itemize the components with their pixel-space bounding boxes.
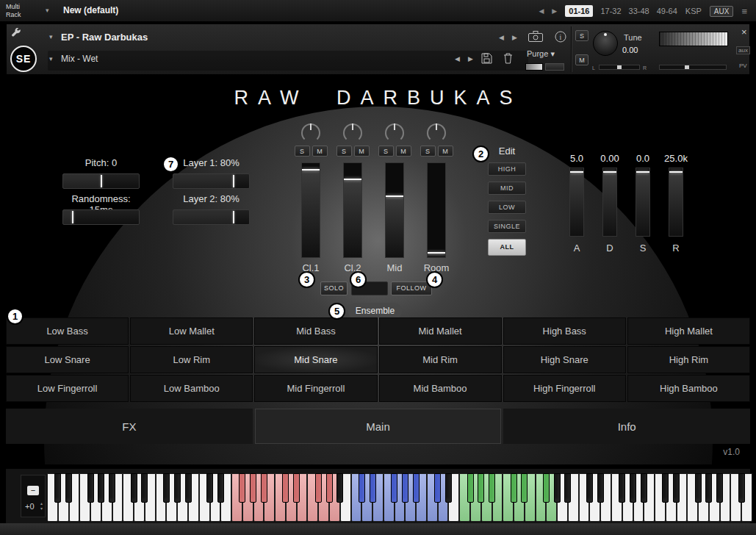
preset-dropdown-icon[interactable]: ▾	[46, 7, 49, 14]
menu-icon[interactable]: ≡	[741, 6, 747, 17]
black-key[interactable]	[554, 473, 561, 503]
channel-fader[interactable]	[343, 162, 362, 258]
output-pan-slider[interactable]	[659, 65, 727, 70]
transpose-minus-button[interactable]: −	[27, 486, 39, 495]
black-key[interactable]	[98, 473, 104, 503]
pv-label[interactable]: PV	[739, 62, 747, 69]
instrument-next-icon[interactable]: ▶	[512, 34, 517, 41]
transpose-value[interactable]: +0	[25, 502, 35, 511]
envelope-fader-A[interactable]	[569, 168, 584, 237]
black-key[interactable]	[185, 473, 192, 503]
articulation-high-mallet[interactable]: High Mallet	[627, 317, 750, 345]
tab-main[interactable]: Main	[255, 409, 502, 444]
edit-button-mid[interactable]: MID	[488, 182, 526, 195]
fader-handle[interactable]	[428, 252, 445, 254]
save-icon[interactable]	[481, 53, 492, 67]
channel-mute-button[interactable]: M	[354, 146, 370, 157]
page-button-49-64[interactable]: 49-64	[657, 7, 677, 15]
layer2-slider[interactable]	[173, 209, 250, 225]
pan-slider[interactable]	[599, 65, 640, 70]
fader-handle[interactable]	[669, 171, 683, 173]
instrument-mute-button[interactable]: M	[575, 54, 588, 65]
black-key[interactable]	[705, 473, 712, 503]
articulation-high-fingerroll[interactable]: High Fingerroll	[503, 375, 626, 402]
envelope-fader-D[interactable]	[602, 168, 617, 237]
black-key[interactable]	[87, 473, 94, 503]
black-key[interactable]	[586, 473, 593, 503]
black-key[interactable]	[336, 473, 343, 503]
black-key[interactable]	[716, 473, 723, 503]
articulation-mid-snare[interactable]: Mid Snare	[254, 346, 377, 373]
channel-mute-button[interactable]: M	[438, 146, 453, 157]
black-key[interactable]	[673, 473, 680, 503]
channel-solo-button[interactable]: S	[295, 146, 310, 157]
page-button-01-16[interactable]: 01-16	[565, 5, 593, 17]
black-key[interactable]	[662, 473, 669, 503]
pan-knob[interactable]	[343, 123, 362, 143]
pan-mini-meter[interactable]	[545, 63, 564, 71]
instrument-collapse-icon[interactable]: ▾	[49, 33, 53, 40]
instrument-solo-button[interactable]: S	[575, 30, 588, 41]
tune-knob[interactable]	[593, 31, 618, 56]
articulation-low-bamboo[interactable]: Low Bamboo	[130, 375, 253, 402]
black-key[interactable]	[630, 473, 636, 503]
close-icon[interactable]: ×	[741, 26, 747, 37]
channel-mute-button[interactable]: M	[396, 146, 411, 157]
channel-solo-button[interactable]: S	[336, 146, 352, 157]
black-key[interactable]	[641, 473, 647, 503]
fader-handle[interactable]	[636, 171, 649, 173]
channel-mute-button[interactable]: M	[312, 146, 328, 157]
ksp-button[interactable]: KSP	[685, 7, 702, 15]
slider-handle[interactable]	[233, 175, 234, 187]
fader-handle[interactable]	[603, 171, 616, 173]
black-key[interactable]	[54, 473, 61, 503]
black-key[interactable]	[293, 473, 300, 503]
channel-fader[interactable]	[385, 162, 404, 258]
articulation-low-bass[interactable]: Low Bass	[6, 317, 129, 345]
trash-icon[interactable]	[503, 53, 513, 67]
patch-next-icon[interactable]: ▶	[468, 55, 473, 62]
pan-knob[interactable]	[301, 123, 320, 143]
fader-handle[interactable]	[302, 169, 320, 170]
patch-collapse-icon[interactable]: ▾	[49, 55, 53, 62]
edit-button-all[interactable]: ALL	[488, 239, 526, 256]
articulation-low-snare[interactable]: Low Snare	[6, 346, 129, 373]
articulation-high-snare[interactable]: High Snare	[503, 346, 626, 373]
black-key[interactable]	[359, 473, 365, 503]
black-key[interactable]	[489, 473, 495, 503]
envelope-fader-S[interactable]	[636, 168, 650, 237]
tab-info[interactable]: Info	[503, 409, 750, 444]
channel-fader[interactable]	[427, 162, 446, 258]
black-key[interactable]	[467, 473, 474, 503]
black-key[interactable]	[738, 473, 745, 503]
purge-button[interactable]: Purge ▾	[527, 49, 555, 59]
articulation-high-bamboo[interactable]: High Bamboo	[627, 375, 750, 402]
black-key[interactable]	[521, 473, 528, 503]
prev-bank-icon[interactable]: ◀	[539, 7, 544, 15]
black-key[interactable]	[619, 473, 625, 503]
black-key[interactable]	[543, 473, 550, 503]
randomness-slider[interactable]	[62, 209, 140, 225]
patch-prev-icon[interactable]: ◀	[455, 55, 460, 62]
black-key[interactable]	[434, 473, 441, 503]
slider-handle[interactable]	[101, 175, 102, 187]
articulation-mid-bass[interactable]: Mid Bass	[254, 317, 377, 345]
articulation-mid-mallet[interactable]: Mid Mallet	[379, 317, 502, 345]
black-key[interactable]	[391, 473, 397, 503]
black-key[interactable]	[141, 473, 148, 503]
black-key[interactable]	[109, 473, 115, 503]
edit-button-low[interactable]: LOW	[488, 201, 526, 214]
pan-knob[interactable]	[427, 123, 446, 143]
snapshot-camera-icon[interactable]	[528, 31, 543, 45]
black-key[interactable]	[282, 473, 289, 503]
black-key[interactable]	[511, 473, 517, 503]
black-key[interactable]	[239, 473, 245, 503]
fader-handle[interactable]	[344, 179, 361, 180]
black-key[interactable]	[695, 473, 702, 503]
articulation-mid-bamboo[interactable]: Mid Bamboo	[379, 375, 502, 402]
black-key[interactable]	[413, 473, 420, 503]
pitch-slider[interactable]	[62, 173, 140, 189]
articulation-mid-rim[interactable]: Mid Rim	[379, 346, 502, 373]
transpose-down-icon[interactable]: ▾	[40, 506, 43, 511]
black-key[interactable]	[326, 473, 333, 503]
